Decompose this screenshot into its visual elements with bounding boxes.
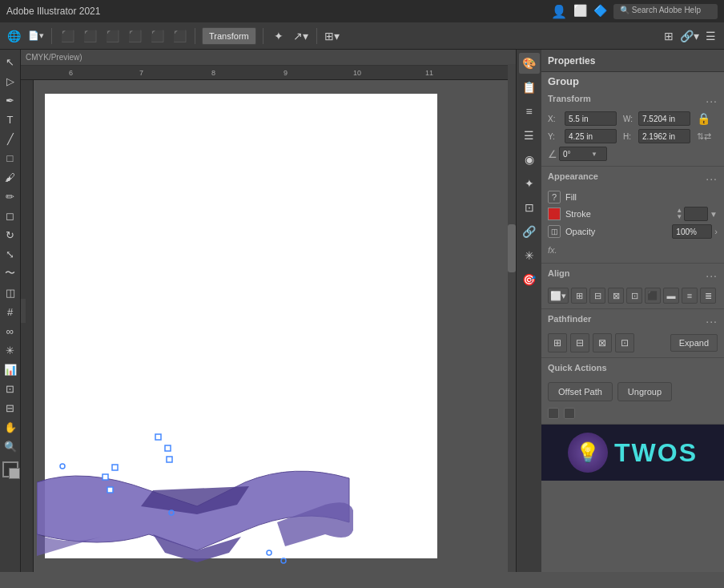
ungroup-button[interactable]: Ungroup — [617, 382, 672, 401]
color-guide-icon[interactable]: 🎯 — [519, 269, 540, 290]
warp-tool[interactable]: 〜 — [2, 264, 19, 282]
blend-tool[interactable]: ∞ — [2, 322, 19, 340]
y-input[interactable] — [565, 129, 617, 143]
direct-select-tool[interactable]: ▷ — [2, 72, 19, 90]
vertical-scrollbar[interactable] — [508, 64, 516, 572]
pathfinder-unite-btn[interactable]: ⊞ — [548, 333, 567, 352]
x-input[interactable] — [565, 111, 617, 126]
canvas-area[interactable]: CMYK/Preview) 6 7 8 9 10 11 — [21, 50, 516, 572]
gradient-tool[interactable]: ◫ — [2, 284, 19, 301]
pathfinder-intersect-btn[interactable]: ⊠ — [593, 333, 612, 352]
grid-icon[interactable]: ⊞ — [660, 27, 678, 45]
align-center-h-icon[interactable]: ⬛ — [81, 27, 99, 45]
link-wh-icon[interactable]: 🔒 — [697, 112, 710, 125]
angle-dropdown[interactable]: ▼ — [591, 151, 597, 158]
scale-tool[interactable]: ⤡ — [2, 245, 19, 263]
align-center-v-icon[interactable]: ⬛ — [148, 27, 166, 45]
artboards-icon[interactable]: ⊡ — [519, 197, 540, 218]
flip-icon[interactable]: ⇅⇄ — [697, 131, 711, 142]
ruler-mark-10: 10 — [353, 69, 361, 77]
sync-icon[interactable]: ⬜ — [573, 4, 587, 19]
panel-collapse-arrow[interactable]: ‹ — [21, 299, 26, 323]
align-vcenter-btn[interactable]: ⬛ — [645, 288, 661, 304]
globe-icon[interactable]: 🌐 — [5, 27, 22, 45]
qa-checkbox-2[interactable] — [564, 408, 575, 419]
opacity-input[interactable] — [672, 224, 712, 239]
column-graph-tool[interactable]: 📊 — [2, 360, 19, 378]
distribute-h-btn[interactable]: ≡ — [682, 288, 698, 304]
opacity-icon[interactable]: ◫ — [548, 225, 561, 238]
symbol-spray-tool[interactable]: ✳ — [2, 341, 19, 359]
align-hright-btn[interactable]: ⊠ — [608, 288, 624, 304]
color-wheel-icon[interactable]: 🎨 — [519, 53, 540, 74]
pathfinder-minus-btn[interactable]: ⊟ — [570, 333, 589, 352]
transform-more-btn[interactable]: ··· — [706, 95, 718, 107]
align-hleft-btn[interactable]: ⊞ — [571, 288, 587, 304]
align-more-btn[interactable]: ··· — [706, 269, 718, 282]
transform-button[interactable]: Transform — [202, 27, 256, 45]
links-icon[interactable]: 🔗 — [519, 221, 540, 242]
distribute-v-btn[interactable]: ≣ — [700, 288, 716, 304]
eraser-tool[interactable]: ◻ — [2, 207, 19, 224]
search-bar[interactable]: 🔍 Search Adobe Help — [613, 4, 718, 19]
stroke-spinners[interactable]: ▲ ▼ — [676, 207, 682, 220]
pen-tool[interactable]: ✒ — [2, 91, 19, 109]
w-input[interactable] — [638, 111, 690, 126]
menu-icon[interactable]: ☰ — [702, 27, 719, 45]
angle-input[interactable] — [563, 150, 591, 159]
scrollbar-thumb[interactable] — [508, 224, 516, 272]
user-icon[interactable]: 👤 — [551, 4, 567, 19]
type-tool[interactable]: T — [2, 111, 19, 128]
distort-icon[interactable]: ✦ — [270, 27, 288, 45]
layers-icon[interactable]: ≡ — [519, 101, 540, 122]
h-input[interactable] — [638, 129, 690, 143]
align-left-icon[interactable]: ⬛ — [58, 27, 76, 45]
opacity-expand-arrow[interactable]: › — [714, 227, 718, 236]
properties-icon[interactable]: ◉ — [519, 149, 540, 170]
banner-artwork — [37, 418, 357, 572]
app-title: Adobe Illustrator 2021 — [6, 6, 100, 17]
align-top-icon[interactable]: ⬛ — [126, 27, 143, 45]
pencil-tool[interactable]: ✏ — [2, 187, 19, 205]
fill-question-icon[interactable]: ? — [548, 191, 561, 203]
appearance-more-btn[interactable]: ··· — [706, 172, 718, 185]
align-right-icon[interactable]: ⬛ — [103, 27, 121, 45]
pathfinder-exclude-btn[interactable]: ⊡ — [615, 333, 634, 352]
effects-icon[interactable]: ✦ — [519, 173, 540, 194]
symbols-icon[interactable]: ✳ — [519, 245, 540, 266]
rotate-tool[interactable]: ↻ — [2, 226, 19, 244]
zoom-tool[interactable]: 🔍 — [2, 437, 19, 455]
ruler-mark-8: 8 — [211, 69, 215, 77]
document-icon[interactable]: 📋 — [519, 77, 540, 98]
fx-icon[interactable]: fx. — [548, 245, 557, 255]
new-doc-icon[interactable]: 📄▾ — [27, 27, 45, 45]
qa-checkbox-1[interactable] — [548, 408, 559, 419]
stroke-value[interactable] — [684, 207, 708, 221]
pathfinder-more-btn[interactable]: ··· — [706, 315, 718, 328]
offset-path-button[interactable]: Offset Path — [548, 382, 613, 401]
expand-button[interactable]: Expand — [670, 334, 718, 352]
mesh-tool[interactable]: # — [2, 303, 19, 320]
line-tool[interactable]: ╱ — [2, 130, 19, 147]
fill-stroke-indicator[interactable] — [2, 461, 18, 477]
arrange-icon[interactable]: ⊞▾ — [324, 27, 341, 45]
select-tool[interactable]: ↖ — [2, 53, 19, 70]
align-bottom-icon[interactable]: ⬛ — [171, 27, 188, 45]
stroke-controls: ▲ ▼ ▼ — [676, 207, 718, 221]
rect-tool[interactable]: □ — [2, 149, 19, 167]
stroke-dropdown-arrow[interactable]: ▼ — [710, 210, 718, 219]
align-vtop-btn[interactable]: ⊡ — [626, 288, 642, 304]
warp-icon[interactable]: ↗▾ — [292, 27, 310, 45]
align-dropdown-btn[interactable]: ⬜▾ — [548, 288, 569, 304]
stroke-swatch[interactable] — [548, 207, 561, 220]
hand-tool[interactable]: ✋ — [2, 418, 19, 436]
main-layout: ↖ ▷ ✒ T ╱ □ 🖌 ✏ ◻ ↻ ⤡ 〜 ◫ # ∞ ✳ 📊 ⊡ ⊟ ✋ … — [0, 50, 724, 572]
align-hcenter-btn[interactable]: ⊟ — [589, 288, 605, 304]
share-icon[interactable]: 🔷 — [593, 4, 607, 19]
align-vbottom-btn[interactable]: ▬ — [663, 288, 679, 304]
paintbrush-tool[interactable]: 🖌 — [2, 168, 19, 186]
link-icon[interactable]: 🔗▾ — [681, 27, 698, 45]
artboard-tool[interactable]: ⊡ — [2, 380, 19, 397]
slice-tool[interactable]: ⊟ — [2, 399, 19, 417]
library-icon[interactable]: ☰ — [519, 125, 540, 146]
